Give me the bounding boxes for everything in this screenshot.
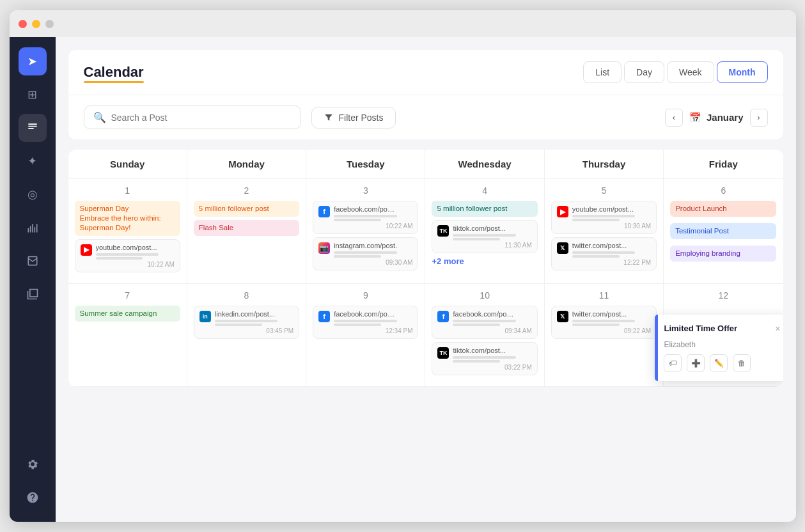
post-li-0345[interactable]: in linkedin.com/post... 03:45 PM: [194, 306, 299, 339]
post-tw-0922[interactable]: 𝕏 twitter.com/post... 09:22 AM: [551, 306, 657, 339]
date-12: 12: [670, 290, 776, 301]
post-time: 09:22 AM: [572, 327, 651, 334]
post-details: facebook.com/post... 09:34 AM: [453, 310, 531, 334]
post-time: 10:22 AM: [334, 223, 412, 230]
page-title: Calendar: [84, 64, 144, 81]
date-1: 1: [75, 185, 180, 196]
post-time: 10:22 AM: [96, 261, 175, 268]
sidebar-item-analytics[interactable]: [19, 214, 47, 242]
col-tuesday: Tuesday: [306, 150, 425, 178]
app-body: ➤ ⊞ ✦ ◎: [10, 37, 796, 522]
add-action-button[interactable]: ➕: [687, 354, 705, 372]
day-view-button[interactable]: Day: [624, 61, 664, 83]
view-buttons: List Day Week Month: [583, 61, 767, 83]
week-view-button[interactable]: Week: [667, 61, 714, 83]
post-url: youtube.com/post...: [96, 244, 160, 251]
post-details: youtube.com/post... 10:22 AM: [96, 244, 175, 268]
youtube-icon: ▶: [81, 244, 92, 256]
post-ig-0930[interactable]: 📷 instagram.com/post. 09:30 AM: [313, 237, 418, 270]
date-4: 4: [432, 185, 537, 196]
sidebar-item-support[interactable]: [19, 483, 47, 512]
post-details: youtube.com/post... 10:30 AM: [572, 205, 651, 230]
post-time: 11:30 AM: [453, 242, 531, 249]
main-content: Calendar List Day Week Month 🔍: [56, 37, 796, 522]
app-window: ➤ ⊞ ✦ ◎: [10, 10, 796, 522]
list-view-button[interactable]: List: [583, 61, 621, 83]
search-box[interactable]: 🔍: [84, 106, 301, 129]
cal-cell-1: 1 Superman DayEmbrace the hero within:Su…: [68, 179, 187, 284]
post-tk-0322[interactable]: TK tiktok.com/post... 03:22 PM: [432, 342, 537, 375]
event-superman-day[interactable]: Superman DayEmbrace the hero within:Supe…: [75, 201, 180, 236]
post-url: tiktok.com/post...: [453, 224, 517, 232]
date-8: 8: [194, 290, 299, 301]
event-product-launch[interactable]: Product Launch: [670, 201, 776, 217]
fullscreen-button[interactable]: [45, 20, 54, 28]
post-time: 03:22 PM: [453, 364, 531, 371]
month-view-button[interactable]: Month: [717, 61, 768, 83]
post-yt-1030[interactable]: ▶ youtube.com/post... 10:30 AM: [551, 201, 657, 234]
post-fb-1022[interactable]: f facebook.com/post... 10:22 AM: [313, 201, 418, 234]
filter-icon: [324, 113, 334, 123]
event-flash-sale[interactable]: Flash Sale: [194, 220, 299, 236]
youtube-icon: ▶: [557, 206, 568, 217]
post-details: twitter.com/post... 12:22 PM: [572, 242, 651, 266]
close-button[interactable]: [19, 20, 27, 28]
date-3: 3: [313, 185, 418, 196]
post-time: 10:30 AM: [572, 223, 651, 230]
col-monday: Monday: [187, 150, 306, 178]
edit-action-button[interactable]: ✏️: [710, 354, 728, 372]
search-input[interactable]: [111, 113, 292, 123]
col-sunday: Sunday: [68, 150, 187, 178]
event-5m-follower-wed[interactable]: 5 million follower post: [432, 201, 537, 217]
post-tw-1222[interactable]: 𝕏 twitter.com/post... 12:22 PM: [551, 237, 657, 270]
sidebar-item-network[interactable]: ✦: [19, 147, 47, 175]
search-icon: 🔍: [93, 111, 106, 123]
sidebar-item-library[interactable]: [19, 280, 47, 308]
col-wednesday: Wednesday: [425, 150, 544, 178]
event-branding[interactable]: Employing branding: [670, 246, 776, 262]
delete-action-button[interactable]: 🗑: [733, 354, 751, 372]
library-icon: [26, 288, 39, 301]
cal-cell-3: 3 f facebook.com/post... 10:22 AM 📷: [306, 179, 425, 284]
calendar-row-2: 7 Summer sale campaign 8 in linkedin.com…: [68, 284, 783, 387]
popup-title: Limited Time Offer: [664, 324, 737, 333]
sidebar-item-posts[interactable]: [19, 114, 47, 142]
event-testimonial[interactable]: Testimonial Post: [670, 223, 776, 239]
sidebar-item-settings[interactable]: [19, 450, 47, 478]
cal-cell-12: 12 Limited Time Offer × Elizabeth 🏷: [664, 284, 783, 387]
sidebar: ➤ ⊞ ✦ ◎: [10, 37, 56, 522]
facebook-icon: f: [318, 206, 330, 217]
event-5m-follower[interactable]: 5 million follower post: [194, 201, 299, 217]
post-fb-1234[interactable]: f facebook.com/post... 12:34 PM: [313, 306, 418, 339]
post-fb-0934[interactable]: f facebook.com/post... 09:34 AM: [432, 306, 537, 339]
facebook-icon: f: [437, 311, 449, 322]
cal-cell-10: 10 f facebook.com/post... 09:34 AM TK: [425, 284, 544, 387]
sidebar-item-target[interactable]: ◎: [19, 180, 47, 208]
minimize-button[interactable]: [32, 20, 40, 28]
sidebar-item-inbox[interactable]: [19, 247, 47, 275]
facebook-icon: f: [318, 311, 330, 322]
post-tk-1130[interactable]: TK tiktok.com/post... 11:30 AM: [432, 220, 537, 253]
popup-close-button[interactable]: ×: [775, 324, 780, 334]
filter-button[interactable]: Filter Posts: [311, 107, 396, 129]
more-posts-link[interactable]: +2 more: [432, 256, 537, 266]
sidebar-item-dashboard[interactable]: ⊞: [19, 81, 47, 109]
post-url: instagram.com/post.: [334, 242, 398, 249]
col-friday: Friday: [664, 150, 783, 178]
next-month-button[interactable]: ›: [750, 109, 768, 127]
support-icon: [26, 491, 39, 504]
post-url: facebook.com/post...: [453, 310, 517, 318]
date-5: 5: [551, 185, 657, 196]
friday-events: Product Launch Testimonial Post Employin…: [670, 201, 776, 265]
post-time: 12:22 PM: [572, 259, 651, 266]
calendar-icon: 📅: [689, 112, 701, 123]
post-details: tiktok.com/post... 03:22 PM: [453, 347, 531, 371]
calendar-row-1: 1 Superman DayEmbrace the hero within:Su…: [68, 179, 783, 284]
popup-user: Elizabeth: [664, 340, 780, 349]
post-url: facebook.com/post...: [334, 205, 398, 213]
event-summer-sale[interactable]: Summer sale campaign: [75, 306, 180, 322]
prev-month-button[interactable]: ‹: [665, 109, 683, 127]
post-yt-1022[interactable]: ▶ youtube.com/post... 10:22 AM: [75, 239, 180, 272]
label-action-button[interactable]: 🏷: [664, 354, 682, 372]
sidebar-item-send[interactable]: ➤: [19, 47, 47, 75]
